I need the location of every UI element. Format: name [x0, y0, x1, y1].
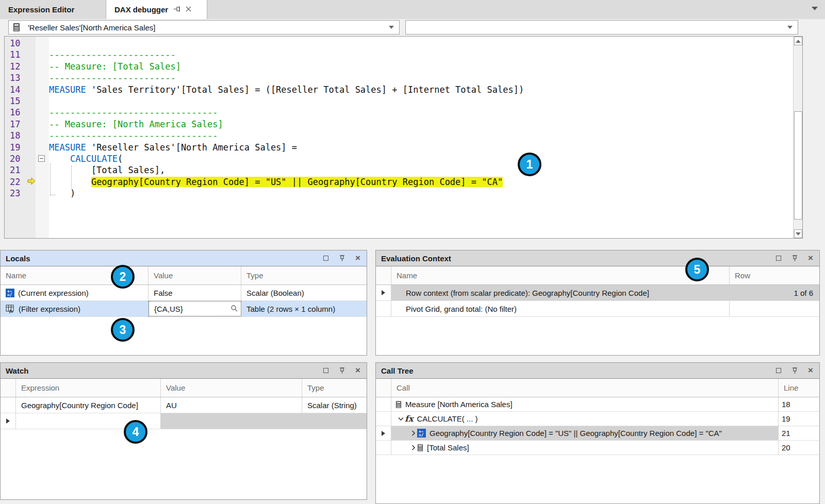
- magnifier-icon[interactable]: [230, 305, 238, 313]
- watch-panel-title: Watch: [6, 366, 28, 375]
- line-number: 14: [5, 84, 36, 95]
- column-header-value: Value: [148, 266, 241, 284]
- fx-icon: fx: [405, 414, 413, 424]
- secondary-selector-combobox[interactable]: [405, 20, 798, 35]
- watch-type: Scalar (String): [307, 401, 357, 410]
- expression-selector-combobox[interactable]: 'Reseller Sales'[North America Sales]: [8, 20, 400, 35]
- watch-row[interactable]: Geography[Country Region Code] AU Scalar…: [1, 397, 367, 413]
- call-label: Measure [North America Sales]: [405, 400, 513, 409]
- pin-icon[interactable]: [791, 367, 798, 374]
- maximize-icon[interactable]: [322, 367, 329, 374]
- pin-icon[interactable]: [173, 5, 181, 14]
- chevron-down-icon[interactable]: [397, 416, 405, 422]
- call-tree-row-measure[interactable]: Measure [North America Sales] 18: [376, 397, 819, 412]
- chevron-right-icon[interactable]: [409, 445, 417, 450]
- dax-code-editor[interactable]: 10 11------------------------ 12-- Measu…: [4, 36, 803, 239]
- local-value: {CA,US}: [154, 305, 183, 313]
- call-tree-row-total-sales[interactable]: [Total Sales] 20: [376, 441, 819, 455]
- svg-text:=/: =/: [7, 293, 12, 297]
- close-icon[interactable]: ×: [354, 255, 361, 262]
- maximize-icon[interactable]: [322, 255, 329, 262]
- fold-collapse-icon[interactable]: [38, 155, 45, 162]
- locals-row-current-expression[interactable]: +-=/ (Current expression) False Scalar (…: [1, 285, 367, 301]
- column-header-name: Name: [391, 266, 730, 284]
- column-header-type: Type: [302, 379, 367, 397]
- svg-text:=/: =/: [419, 433, 424, 438]
- column-header-value: Value: [161, 379, 302, 397]
- tab-dax-debugger[interactable]: DAX debugger: [106, 0, 207, 20]
- code-lines[interactable]: 10 11------------------------ 12-- Measu…: [5, 38, 793, 199]
- context-row: 1 of 6: [794, 289, 813, 297]
- filter-table-icon: fx: [6, 305, 15, 313]
- chevron-right-icon[interactable]: [409, 430, 417, 436]
- scrollbar-thumb[interactable]: [794, 111, 802, 220]
- chevron-down-icon[interactable]: [389, 26, 394, 29]
- expression-selector-value: 'Reseller Sales'[North America Sales]: [28, 23, 156, 32]
- evaluation-context-row-pivot[interactable]: Pivot Grid, grand total: (No filter): [376, 301, 819, 317]
- column-header-row: Row: [730, 266, 819, 284]
- call-line: 18: [782, 400, 790, 409]
- chevron-down-icon[interactable]: [787, 26, 793, 29]
- evaluation-context-header: Name Row: [376, 266, 819, 285]
- watch-panel: Watch × Expression Value Type Geography[…: [0, 362, 367, 500]
- callout-3: 3: [111, 318, 135, 342]
- code-line: 12-- Measure: [Total Sales]: [5, 61, 793, 72]
- watch-new-row[interactable]: [1, 413, 367, 429]
- scroll-down-button[interactable]: [794, 229, 802, 238]
- callout-4: 4: [124, 420, 147, 444]
- editor-vertical-scrollbar[interactable]: [793, 37, 802, 238]
- call-line: 19: [782, 414, 790, 423]
- call-line: 21: [782, 429, 790, 438]
- maximize-icon[interactable]: [775, 367, 782, 374]
- line-number: 10: [5, 38, 36, 49]
- code-line-current: 22 Geography[Country Region Code] = "US"…: [5, 176, 793, 188]
- local-name: (Current expression): [18, 289, 89, 297]
- close-icon[interactable]: [185, 5, 192, 14]
- call-tree-row-predicate[interactable]: +-=/ Geography[Country Region Code] = "U…: [376, 426, 819, 441]
- expression-icon: +-=/: [417, 429, 426, 438]
- evaluation-context-title: Evaluation Context: [381, 254, 451, 263]
- call-tree-header: Call Line: [376, 379, 819, 397]
- context-name: Row context (from scalar predicate): Geo…: [406, 289, 649, 297]
- context-name: Pivot Grid, grand total: (No filter): [406, 305, 517, 313]
- watch-value: AU: [166, 401, 177, 410]
- close-icon[interactable]: ×: [807, 255, 814, 262]
- tab-expression-editor[interactable]: Expression Editor: [0, 0, 106, 19]
- pin-icon[interactable]: [791, 255, 798, 262]
- call-tree-row-calculate[interactable]: fx CALCULATE( ... ) 19: [376, 412, 819, 426]
- locals-panel-titlebar: Locals ×: [1, 250, 367, 266]
- call-tree-panel: Call Tree × Call Line Measure [North Ame…: [375, 362, 820, 504]
- line-number: 18: [5, 130, 36, 141]
- tab-overflow-dropdown-icon[interactable]: [812, 7, 818, 10]
- call-tree-grid: Call Line Measure [North America Sales] …: [376, 378, 819, 503]
- close-icon[interactable]: ×: [807, 367, 814, 374]
- line-number: 11: [5, 49, 36, 60]
- scroll-up-button[interactable]: [794, 37, 802, 45]
- watch-panel-titlebar: Watch ×: [1, 363, 367, 378]
- call-label: Geography[Country Region Code] = "US" ||…: [430, 429, 722, 438]
- call-tree-title: Call Tree: [381, 366, 414, 375]
- locals-panel-title: Locals: [6, 254, 30, 263]
- callout-5: 5: [685, 258, 709, 281]
- close-icon[interactable]: ×: [354, 367, 361, 374]
- pin-icon[interactable]: [338, 367, 345, 374]
- locals-row-filter-expression[interactable]: fx (Filter expression) {CA,US} Table (2 …: [1, 301, 367, 317]
- local-value: False: [154, 289, 173, 297]
- column-header-call: Call: [391, 379, 779, 397]
- code-line: 18--------------------------------: [5, 130, 793, 141]
- line-number: 15: [5, 95, 36, 107]
- expression-icon: +-=/: [6, 289, 14, 297]
- code-line: 15: [5, 95, 793, 107]
- row-indicator-icon: [382, 290, 385, 295]
- local-type: Scalar (Boolean): [246, 289, 304, 297]
- call-tree-titlebar: Call Tree ×: [376, 363, 819, 378]
- code-line: 14MEASURE 'Sales Territory'[Total Sales]…: [5, 84, 793, 95]
- evaluation-context-row-context[interactable]: Row context (from scalar predicate): Geo…: [376, 285, 819, 301]
- callout-2: 2: [111, 265, 135, 289]
- maximize-icon[interactable]: [775, 255, 782, 262]
- code-line: 11------------------------: [5, 49, 793, 60]
- pin-icon[interactable]: [338, 255, 345, 262]
- watch-grid: Expression Value Type Geography[Country …: [1, 378, 367, 499]
- code-line: 20 CALCULATE(: [5, 153, 793, 164]
- code-line: 13------------------------: [5, 72, 793, 83]
